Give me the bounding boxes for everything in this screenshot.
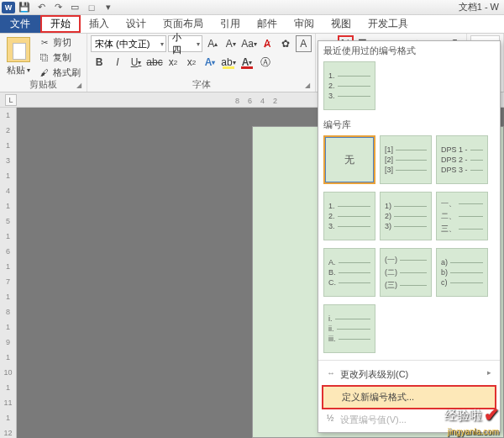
strike-button[interactable]: abc	[146, 54, 163, 71]
undo-icon[interactable]: ↶	[34, 1, 49, 14]
new-blank-icon[interactable]: □	[84, 1, 99, 14]
superscript-button[interactable]: x2	[183, 54, 200, 71]
paste-button[interactable]: 粘贴▾	[7, 64, 30, 77]
scissors-icon: ✂	[39, 38, 50, 48]
vertical-ruler: 1213141516171819110111112	[0, 108, 17, 438]
font-family-select[interactable]: 宋体 (中文正)	[91, 35, 166, 52]
lib-preview-r2-2[interactable]: 一、二、三、	[436, 192, 488, 240]
title-bar: W 💾 ↶ ↷ ▭ □ ▾ 文档1 - W	[0, 0, 504, 15]
lib-preview-r3-1[interactable]: (一)(二)(三)	[380, 248, 432, 297]
tab-review[interactable]: 审阅	[286, 15, 323, 33]
copy-icon: ⿻	[39, 52, 50, 62]
qat-more-icon[interactable]: ▾	[101, 1, 116, 14]
tab-references[interactable]: 引用	[212, 15, 249, 33]
text-effects-button[interactable]: A▾	[202, 54, 218, 71]
numbering-none[interactable]: 无	[323, 135, 375, 184]
font-color-button[interactable]: A▾	[239, 54, 255, 71]
tab-view[interactable]: 视图	[323, 15, 360, 33]
brush-icon: 🖌	[39, 67, 50, 77]
lib-preview-r1-0[interactable]: [1][2][3]	[380, 135, 432, 184]
phonetic-guide-button[interactable]: ✿	[277, 35, 294, 52]
lib-preview-r2-0[interactable]: 1.2.3.	[323, 192, 375, 240]
group-label-font: 字体	[87, 78, 315, 91]
quick-access-toolbar: W 💾 ↶ ↷ ▭ □ ▾	[2, 1, 116, 14]
grow-font-button[interactable]: A▴	[204, 35, 221, 52]
tab-home[interactable]: 开始	[40, 15, 81, 33]
window-title: 文档1 - W	[459, 1, 502, 13]
font-size-select[interactable]: 小四	[168, 35, 202, 52]
tab-dev[interactable]: 开发工具	[360, 15, 417, 33]
check-icon: ✔	[484, 404, 499, 426]
lib-preview-r3-0[interactable]: A.B.C.	[323, 248, 375, 297]
font-dialog-icon[interactable]: ◢	[305, 82, 313, 90]
group-label-clipboard: 剪贴板	[0, 78, 87, 91]
group-clipboard: 粘贴▾ ✂剪切 ⿻复制 🖌格式刷 剪贴板 ◢	[0, 34, 87, 92]
watermark: 经验啦✔ jingyanla.com	[444, 404, 499, 426]
recent-section-label: 最近使用过的编号格式	[318, 41, 500, 59]
library-section-label: 编号库	[318, 115, 500, 133]
redo-icon[interactable]: ↷	[50, 1, 66, 14]
tab-file[interactable]: 文件	[0, 15, 40, 33]
tab-selector[interactable]: L	[5, 94, 17, 106]
bold-button[interactable]: B	[91, 54, 108, 71]
word-app-icon: W	[2, 2, 15, 13]
recent-preview-0[interactable]: 1.2.3.	[323, 61, 375, 110]
tab-mail[interactable]: 邮件	[249, 15, 286, 33]
clear-format-button[interactable]: A̷	[259, 35, 276, 52]
cut-button[interactable]: ✂剪切	[37, 35, 82, 50]
shrink-font-button[interactable]: A▾	[223, 35, 239, 52]
ribbon-tabs: 文件 开始 插入 设计 页面布局 引用 邮件 审阅 视图 开发工具	[0, 15, 504, 34]
change-case-button[interactable]: Aa▾	[240, 35, 257, 52]
tab-insert[interactable]: 插入	[81, 15, 118, 33]
numbering-dropdown-panel: 最近使用过的编号格式 1.2.3. 编号库 无 [1][2][3]DPS 1 -…	[318, 40, 501, 433]
highlight-button[interactable]: ab▾	[220, 54, 237, 71]
paste-icon[interactable]	[7, 37, 30, 62]
lib-preview-r1-1[interactable]: DPS 1 -DPS 2 -DPS 3 -	[436, 135, 488, 184]
lib-preview-r3-2[interactable]: a)b)c)	[436, 248, 488, 297]
lib-preview-r2-1[interactable]: 1)2)3)	[380, 192, 432, 240]
lib-preview-r4-0[interactable]: i.ii.iii.	[323, 304, 375, 353]
copy-button[interactable]: ⿻复制	[37, 50, 82, 65]
clipboard-dialog-icon[interactable]: ◢	[76, 82, 85, 90]
save-icon[interactable]: 💾	[17, 1, 32, 14]
change-list-level-item[interactable]: ↔更改列表级别(C)▸	[322, 364, 496, 385]
enclose-char-button[interactable]: A	[296, 35, 312, 52]
group-font: 宋体 (中文正) 小四 A▴ A▾ Aa▾ A̷ ✿ A B I U▾ abc …	[87, 34, 316, 92]
italic-button[interactable]: I	[109, 54, 126, 71]
char-shading-button[interactable]: Ⓐ	[257, 54, 274, 71]
underline-button[interactable]: U▾	[128, 54, 144, 71]
subscript-button[interactable]: x2	[165, 54, 181, 71]
tab-layout[interactable]: 页面布局	[155, 15, 212, 33]
new-page-icon[interactable]: ▭	[67, 1, 82, 14]
tab-design[interactable]: 设计	[118, 15, 155, 33]
